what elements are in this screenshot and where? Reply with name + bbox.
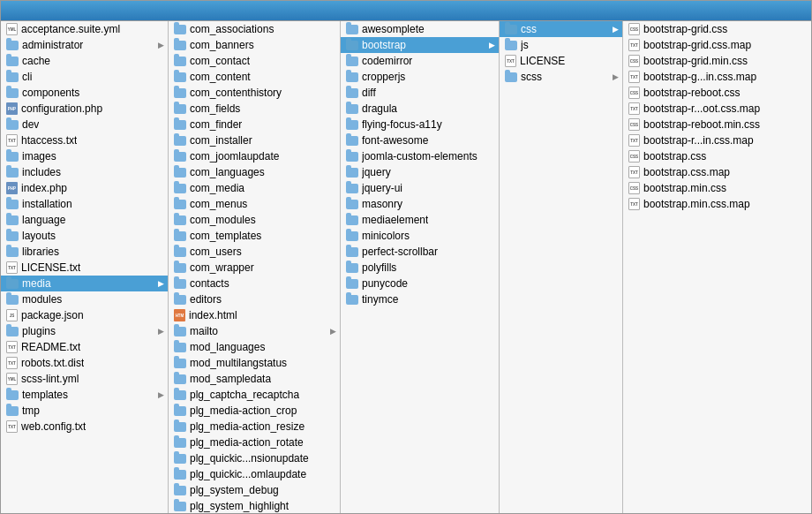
list-item[interactable]: com_languages (169, 164, 340, 180)
list-item[interactable]: plg_system_highlight (169, 498, 340, 513)
list-item[interactable]: tinymce (341, 291, 499, 307)
list-item[interactable]: contacts (169, 276, 340, 291)
list-item[interactable]: templates▶ (1, 387, 168, 403)
list-item[interactable]: com_installer (169, 132, 340, 148)
list-item[interactable]: minicolors (341, 228, 499, 244)
list-item[interactable]: punycode (341, 276, 499, 291)
list-item[interactable]: com_fields (169, 101, 340, 117)
list-item[interactable]: cropperjs (341, 69, 499, 85)
list-item[interactable]: TXThtaccess.txt (1, 132, 168, 148)
list-item[interactable]: css▶ (500, 21, 622, 37)
list-item[interactable]: libraries (1, 244, 168, 260)
list-item[interactable]: com_contenthistory (169, 85, 340, 101)
list-item[interactable]: codemirror (341, 53, 499, 69)
list-item[interactable]: plg_captcha_recaptcha (169, 387, 340, 403)
list-item[interactable]: com_contact (169, 53, 340, 69)
list-item[interactable]: TXTbootstrap.min.css.map (623, 196, 811, 212)
list-item[interactable]: YMLscss-lint.yml (1, 371, 168, 387)
list-item[interactable]: HTMindex.html (169, 307, 340, 323)
list-item[interactable]: plg_media-action_rotate (169, 435, 340, 450)
list-item[interactable]: com_wrapper (169, 260, 340, 276)
item-label: com_users (190, 246, 242, 258)
list-item[interactable]: cache (1, 53, 168, 69)
item-label: masonry (362, 198, 402, 210)
list-item[interactable]: CSSbootstrap-grid.css (623, 21, 811, 37)
list-item[interactable]: com_templates (169, 228, 340, 244)
list-item[interactable]: cli (1, 69, 168, 85)
list-item[interactable]: media▶ (1, 276, 168, 291)
list-item[interactable]: images (1, 148, 168, 164)
list-item[interactable]: com_menus (169, 196, 340, 212)
list-item[interactable]: polyfills (341, 260, 499, 276)
list-item[interactable]: flying-focus-a11y (341, 117, 499, 132)
list-item[interactable]: com_banners (169, 37, 340, 53)
list-item[interactable]: TXTrobots.txt.dist (1, 355, 168, 371)
list-item[interactable]: joomla-custom-elements (341, 148, 499, 164)
folder-icon (6, 390, 19, 400)
list-item[interactable]: TXTweb.config.txt (1, 419, 168, 435)
list-item[interactable]: font-awesome (341, 132, 499, 148)
list-item[interactable]: bootstrap▶ (341, 37, 499, 53)
list-item[interactable]: diff (341, 85, 499, 101)
folder-icon (174, 343, 186, 352)
list-item[interactable]: mod_sampledata (169, 371, 340, 387)
list-item[interactable]: jquery-ui (341, 180, 499, 196)
list-item[interactable]: com_media (169, 180, 340, 196)
list-item[interactable]: mod_multilangstatus (169, 355, 340, 371)
list-item[interactable]: PHPconfiguration.php (1, 101, 168, 117)
list-item[interactable]: TXTbootstrap-g...in.css.map (623, 69, 811, 85)
list-item[interactable]: CSSbootstrap.css (623, 148, 811, 164)
list-item[interactable]: administrator▶ (1, 37, 168, 53)
list-item[interactable]: com_finder (169, 117, 340, 132)
list-item[interactable]: dev (1, 117, 168, 132)
list-item[interactable]: YMLacceptance.suite.yml (1, 21, 168, 37)
list-item[interactable]: CSSbootstrap.min.css (623, 180, 811, 196)
list-item[interactable]: perfect-scrollbar (341, 244, 499, 260)
list-item[interactable]: plg_quickic...omlaupdate (169, 466, 340, 482)
list-item[interactable]: mod_languages (169, 339, 340, 355)
list-item[interactable]: jquery (341, 164, 499, 180)
list-item[interactable]: com_associations (169, 21, 340, 37)
list-item[interactable]: plg_quickic...nsionupdate (169, 450, 340, 466)
list-item[interactable]: com_modules (169, 212, 340, 228)
list-item[interactable]: CSSbootstrap-grid.min.css (623, 53, 811, 69)
list-item[interactable]: components (1, 85, 168, 101)
list-item[interactable]: TXTbootstrap.css.map (623, 164, 811, 180)
item-label: css (521, 23, 537, 35)
list-item[interactable]: com_content (169, 69, 340, 85)
list-item[interactable]: TXTLICENSE (500, 53, 622, 69)
list-item[interactable]: plg_media-action_crop (169, 403, 340, 419)
list-item[interactable]: TXTbootstrap-grid.css.map (623, 37, 811, 53)
list-item[interactable]: plugins▶ (1, 323, 168, 339)
list-item[interactable]: scss▶ (500, 69, 622, 85)
list-item[interactable]: masonry (341, 196, 499, 212)
list-item[interactable]: CSSbootstrap-reboot.min.css (623, 117, 811, 132)
list-item[interactable]: js (500, 37, 622, 53)
list-item[interactable]: installation (1, 196, 168, 212)
item-label: images (22, 150, 56, 163)
list-item[interactable]: TXTLICENSE.txt (1, 260, 168, 276)
list-item[interactable]: plg_media-action_resize (169, 419, 340, 435)
list-item[interactable]: tmp (1, 403, 168, 419)
folder-icon (6, 168, 19, 178)
list-item[interactable]: PHPindex.php (1, 180, 168, 196)
list-item[interactable]: includes (1, 164, 168, 180)
list-item[interactable]: mediaelement (341, 212, 499, 228)
list-item[interactable]: mailto▶ (169, 323, 340, 339)
folder-icon (346, 215, 358, 225)
list-item[interactable]: modules (1, 291, 168, 307)
list-item[interactable]: TXTREADME.txt (1, 339, 168, 355)
list-item[interactable]: language (1, 212, 168, 228)
list-item[interactable]: com_users (169, 244, 340, 260)
list-item[interactable]: TXTbootstrap-r...in.css.map (623, 132, 811, 148)
list-item[interactable]: com_joomlaupdate (169, 148, 340, 164)
list-item[interactable]: awesomplete (341, 21, 499, 37)
list-item[interactable]: dragula (341, 101, 499, 117)
list-item[interactable]: TXTbootstrap-r...oot.css.map (623, 101, 811, 117)
list-item[interactable]: layouts (1, 228, 168, 244)
list-item[interactable]: plg_system_debug (169, 482, 340, 498)
list-item[interactable]: CSSbootstrap-reboot.css (623, 85, 811, 101)
list-item[interactable]: editors (169, 291, 340, 307)
file-icon: JS (6, 309, 18, 321)
list-item[interactable]: JSpackage.json (1, 307, 168, 323)
